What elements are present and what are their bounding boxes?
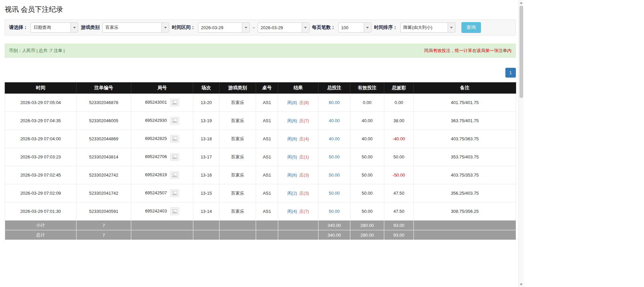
cell-time: 2026-03-29 07:04:00	[5, 130, 77, 148]
game-type-select[interactable]: 百家乐	[102, 22, 169, 33]
cell-game-type: 百家乐	[219, 148, 256, 166]
cell-round: 695242825	[131, 130, 193, 148]
scroll-up-button[interactable]	[519, 0, 524, 5]
table-row: 2026-03-29 07:02:09 523302041742 6952425…	[5, 184, 516, 202]
subtotal-count: 7	[77, 221, 131, 230]
chevron-down-icon[interactable]	[364, 23, 371, 32]
date-from-select[interactable]: 2026-03-29	[198, 22, 250, 33]
cell-valid-bet: 50.00	[350, 148, 384, 166]
cell-session: 13-16	[193, 166, 219, 184]
time-range-label: 时间区间：	[172, 25, 195, 31]
cell-game-type: 百家乐	[219, 166, 256, 184]
summary-bar: 币别：人民币 | 总共 :7 注单 | 同局有效投注，统一计算在该局第一张注单内	[5, 44, 516, 58]
table-row: 2026-03-29 07:03:23 523302043814 6952427…	[5, 148, 516, 166]
chevron-down-icon[interactable]	[161, 23, 169, 32]
cell-valid-bet: 0.00	[350, 94, 384, 112]
date-to-value[interactable]: 2026-03-29	[258, 23, 302, 32]
cell-total-bet[interactable]: 60.00	[318, 94, 350, 112]
cell-time: 2026-03-29 07:02:45	[5, 166, 77, 184]
cell-session: 13-15	[193, 184, 219, 202]
cell-total-bet[interactable]: 50.00	[318, 148, 350, 166]
total-valid-bet: 280.00	[350, 230, 384, 240]
triangle-up-icon	[520, 2, 523, 4]
cell-session: 13-14	[193, 202, 219, 221]
cell-note: 403.75/353.75	[414, 166, 516, 184]
table-footer: 小计 7 340.00 280.00 93.00 总计 7 340.00 280…	[5, 221, 516, 240]
cell-round: 695242930	[131, 112, 193, 130]
result-banker: 庄(4)	[299, 136, 309, 141]
scroll-down-button[interactable]	[519, 282, 524, 287]
cell-session: 13-20	[193, 94, 219, 112]
round-snapshot-icon[interactable]	[170, 189, 179, 197]
round-snapshot-icon[interactable]	[170, 171, 179, 179]
subtotal-total-bet: 340.00	[318, 221, 350, 230]
filter-bar: 请选择： 日期查询 游戏类别 百家乐 时间区间： 2026-03-29 ~ 20…	[5, 19, 516, 36]
cell-bet-id: 523302041742	[77, 184, 131, 202]
cell-total-bet[interactable]: 50.00	[318, 166, 350, 184]
cell-result: 闲(6) 庄(7)	[278, 112, 318, 130]
header-bet-id: 注单编号	[77, 83, 131, 94]
scrollbar[interactable]	[518, 0, 524, 287]
cell-valid-bet: 50.00	[350, 184, 384, 202]
result-player: 闲(4)	[287, 209, 297, 214]
round-snapshot-icon[interactable]	[170, 153, 179, 161]
page-button-1[interactable]: 1	[505, 68, 516, 78]
cell-table-no: AS1	[256, 130, 278, 148]
round-number: 695243001	[145, 100, 167, 105]
header-total-bet: 总投注	[318, 83, 350, 94]
cell-table-no: AS1	[256, 112, 278, 130]
query-mode-value[interactable]: 日期查询	[31, 23, 70, 32]
round-snapshot-icon[interactable]	[170, 117, 179, 125]
cell-game-type: 百家乐	[219, 112, 256, 130]
round-snapshot-icon[interactable]	[170, 207, 179, 215]
cell-note: 356.25/403.75	[414, 184, 516, 202]
range-separator: ~	[252, 25, 255, 30]
bet-records-table: 时间 注单编号 局号 场次 游戏类别 桌号 结果 总投注 有效投注 总派彩 备注…	[5, 82, 516, 240]
page-size-value[interactable]: 100	[339, 23, 364, 32]
chevron-down-icon[interactable]	[70, 23, 78, 32]
search-button[interactable]: 查询	[461, 22, 481, 33]
cell-time: 2026-03-29 07:02:09	[5, 184, 77, 202]
cell-valid-bet: 40.00	[350, 130, 384, 148]
header-table-no: 桌号	[256, 83, 278, 94]
round-snapshot-icon[interactable]	[170, 99, 179, 106]
round-number: 695242619	[145, 172, 167, 177]
cell-bet-id: 523302044869	[77, 130, 131, 148]
chevron-down-icon[interactable]	[448, 23, 455, 32]
currency-total-text: 币别：人民币 | 总共 :7 注单 |	[9, 48, 65, 54]
cell-time: 2026-03-29 07:04:35	[5, 112, 77, 130]
date-from-value[interactable]: 2026-03-29	[198, 23, 242, 32]
result-banker: 庄(1)	[299, 154, 309, 159]
select-mode-label: 请选择：	[9, 25, 28, 31]
date-to-select[interactable]: 2026-03-29	[258, 22, 309, 33]
cell-total-bet[interactable]: 40.00	[318, 112, 350, 130]
header-payout: 总派彩	[384, 83, 414, 94]
cell-result: 闲(6) 庄(4)	[278, 130, 318, 148]
cell-payout: -50.00	[384, 166, 414, 184]
header-result: 结果	[278, 83, 318, 94]
cell-note: 308.75/356.25	[414, 202, 516, 221]
cell-total-bet[interactable]: 40.00	[318, 130, 350, 148]
page-size-select[interactable]: 100	[338, 22, 371, 33]
sort-select[interactable]: 降冪(由大到小)	[400, 22, 455, 33]
header-round: 局号	[131, 83, 193, 94]
cell-table-no: AS1	[256, 94, 278, 112]
header-valid-bet: 有效投注	[350, 83, 384, 94]
cell-session: 13-18	[193, 130, 219, 148]
sort-value[interactable]: 降冪(由大到小)	[401, 23, 448, 32]
cell-total-bet[interactable]: 50.00	[318, 202, 350, 221]
chevron-down-icon[interactable]	[242, 23, 249, 32]
scrollbar-thumb[interactable]	[519, 6, 523, 98]
cell-round: 695242706	[131, 148, 193, 166]
query-mode-select[interactable]: 日期查询	[31, 22, 78, 33]
cell-round: 695242403	[131, 202, 193, 221]
result-banker: 庄(3)	[299, 191, 309, 196]
result-player: 闲(5)	[287, 154, 297, 159]
round-number: 695242507	[145, 190, 167, 195]
chevron-down-icon[interactable]	[302, 23, 309, 32]
cell-table-no: AS1	[256, 148, 278, 166]
cell-total-bet[interactable]: 50.00	[318, 184, 350, 202]
round-snapshot-icon[interactable]	[170, 135, 179, 143]
cell-valid-bet: 50.00	[350, 166, 384, 184]
game-type-value[interactable]: 百家乐	[103, 23, 161, 32]
